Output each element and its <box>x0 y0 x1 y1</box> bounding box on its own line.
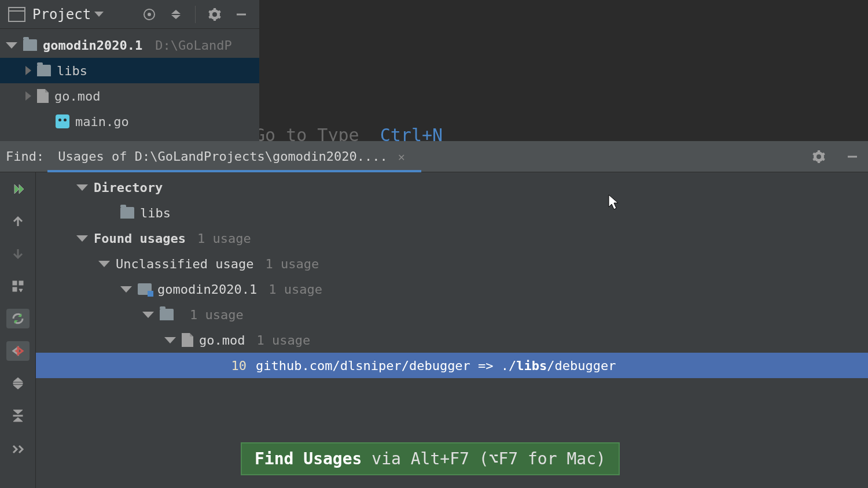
chevron-down-icon[interactable] <box>98 261 110 267</box>
tip-text: via Alt+F7 (⌥F7 for Mac) <box>372 449 606 468</box>
svg-marker-21 <box>13 417 23 422</box>
file-count: 1 usage <box>256 333 310 347</box>
result-unclassified[interactable]: Unclassified usage 1 usage <box>36 251 868 276</box>
chevron-down-icon[interactable] <box>142 312 154 318</box>
collapse-all-icon[interactable] <box>6 406 30 426</box>
up-arrow-icon[interactable] <box>6 212 30 231</box>
find-header: Find: Usages of D:\GoLandProjects\gomodi… <box>0 141 868 172</box>
project-tool-window: Project gomodin2020.1 D:\GoLandP libs <box>0 0 259 141</box>
more-icon[interactable] <box>6 438 30 458</box>
tip-bold: Find Usages <box>255 449 362 468</box>
folder-count: 1 usage <box>190 308 244 322</box>
unclassified-count: 1 usage <box>265 257 319 271</box>
locate-icon[interactable] <box>139 5 159 24</box>
project-root[interactable]: gomodin2020.1 D:\GoLandP <box>0 32 259 58</box>
svg-marker-15 <box>18 347 23 354</box>
chevron-down-icon <box>94 12 104 17</box>
file-icon <box>37 89 49 103</box>
chevron-right-icon[interactable] <box>25 66 31 75</box>
group-icon[interactable] <box>6 276 30 296</box>
chevron-down-icon[interactable] <box>6 42 17 49</box>
refresh-red-icon[interactable] <box>6 341 30 361</box>
expand-all-icon[interactable] <box>6 374 30 393</box>
folder-icon <box>23 39 37 51</box>
tree-item-maingo[interactable]: main.go <box>0 109 259 134</box>
module-folder-icon <box>138 283 152 295</box>
project-view-icon[interactable] <box>8 7 25 22</box>
usage-suffix: /debugger <box>547 358 616 373</box>
svg-point-1 <box>148 13 150 16</box>
found-heading-label: Found usages <box>94 231 186 246</box>
folder-icon <box>37 65 51 76</box>
svg-rect-17 <box>13 383 23 384</box>
file-icon <box>182 333 193 347</box>
find-header-label: Find: <box>6 149 44 164</box>
find-results: Directory libs Found usages 1 usage Uncl… <box>36 172 868 488</box>
result-folder[interactable]: 1 usage <box>36 302 868 327</box>
file-name: go.mod <box>199 333 245 347</box>
find-tab-title: Usages of D:\GoLandProjects\gomodin2020.… <box>58 149 388 164</box>
svg-rect-8 <box>13 281 17 285</box>
result-module[interactable]: gomodin2020.1 1 usage <box>36 276 868 302</box>
result-usage-line[interactable]: 10 github.com/dlsniper/debugger => ./lib… <box>36 353 868 378</box>
toolbar-divider <box>195 6 196 23</box>
chevron-down-icon[interactable] <box>164 337 176 343</box>
usage-highlight: libs <box>516 358 547 373</box>
project-root-name: gomodin2020.1 <box>43 38 142 53</box>
chevron-down-icon[interactable] <box>120 286 132 293</box>
tree-item-label: go.mod <box>54 89 100 103</box>
tree-item-label: main.go <box>75 114 129 129</box>
rerun-icon[interactable] <box>6 179 30 199</box>
project-tree: gomodin2020.1 D:\GoLandP libs go.mod mai… <box>0 29 259 134</box>
svg-marker-19 <box>13 410 23 414</box>
tree-item-label: libs <box>57 64 87 78</box>
svg-rect-10 <box>13 287 17 291</box>
unclassified-label: Unclassified usage <box>116 257 253 271</box>
project-view-select[interactable]: Project <box>32 6 104 23</box>
svg-marker-16 <box>13 378 23 382</box>
found-count: 1 usage <box>197 231 251 246</box>
svg-marker-11 <box>19 289 23 292</box>
svg-marker-3 <box>171 15 181 19</box>
find-gutter <box>0 172 36 488</box>
go-file-icon <box>56 114 69 128</box>
usage-prefix: github.com/dlsniper/debugger => ./ <box>256 358 516 373</box>
find-tab[interactable]: Usages of D:\GoLandProjects\gomodin2020.… <box>58 141 411 172</box>
svg-marker-7 <box>19 184 24 194</box>
collapse-all-icon[interactable] <box>166 5 186 24</box>
hint-tooltip: Find Usages via Alt+F7 (⌥F7 for Mac) <box>241 442 620 475</box>
directory-item-label: libs <box>140 206 171 220</box>
result-directory-heading[interactable]: Directory <box>36 175 868 200</box>
close-tab-icon[interactable]: ✕ <box>396 147 407 166</box>
gear-icon[interactable] <box>809 147 829 167</box>
project-toolbar: Project <box>0 0 259 29</box>
tree-item-gomod[interactable]: go.mod <box>0 83 259 109</box>
module-count: 1 usage <box>269 282 322 297</box>
chevron-down-icon[interactable] <box>76 235 88 242</box>
usage-line-number: 10 <box>223 358 247 373</box>
tree-item-libs[interactable]: libs <box>0 58 259 83</box>
refresh-green-icon[interactable] <box>6 309 30 328</box>
svg-marker-18 <box>13 385 23 389</box>
project-view-title: Project <box>32 6 91 23</box>
minimize-icon[interactable] <box>231 5 251 24</box>
result-found-heading[interactable]: Found usages 1 usage <box>36 225 868 251</box>
chevron-right-icon[interactable] <box>25 91 31 101</box>
svg-rect-20 <box>13 415 23 416</box>
find-tool-window: Find: Usages of D:\GoLandProjects\gomodi… <box>0 141 868 488</box>
result-file[interactable]: go.mod 1 usage <box>36 327 868 353</box>
svg-rect-9 <box>19 281 23 285</box>
svg-marker-2 <box>171 10 181 14</box>
down-arrow-icon[interactable] <box>6 244 30 264</box>
project-root-path: D:\GoLandP <box>155 38 231 53</box>
chevron-down-icon[interactable] <box>76 184 88 191</box>
folder-icon <box>160 309 174 320</box>
folder-icon <box>120 207 134 219</box>
result-directory-item[interactable]: libs <box>36 200 868 225</box>
svg-marker-6 <box>14 184 19 194</box>
module-name: gomodin2020.1 <box>157 282 257 297</box>
gear-icon[interactable] <box>205 5 225 24</box>
directory-heading-label: Directory <box>94 180 163 195</box>
minimize-icon[interactable] <box>843 147 862 167</box>
